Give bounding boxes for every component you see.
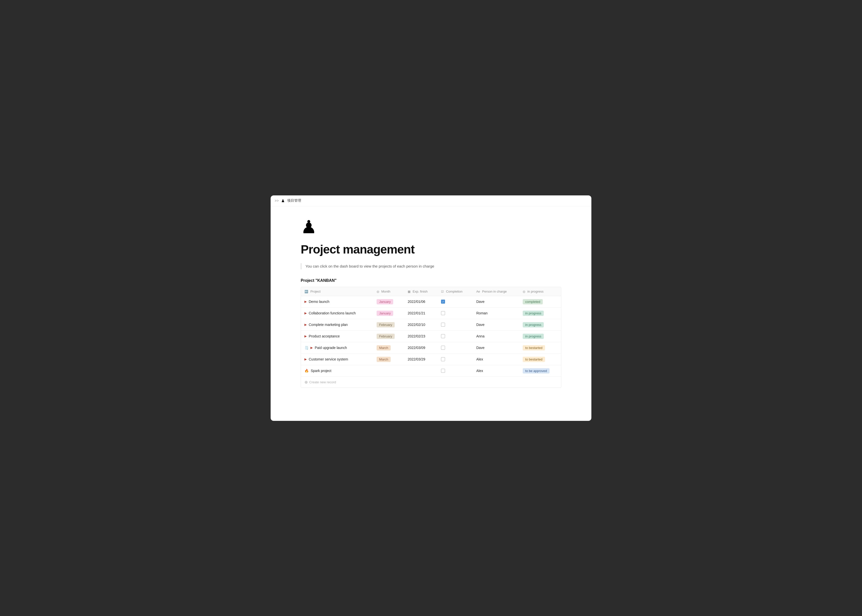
project-cell: ▶ Complete marketing plan — [301, 319, 373, 330]
flag-icon: ▶ — [310, 346, 313, 349]
page-title: Project management — [301, 242, 561, 256]
month-tag: February — [377, 322, 395, 327]
flag-icon: ▶ — [304, 335, 307, 338]
status-cell: completed — [519, 296, 561, 307]
project-cell: ▶ Product acceptance — [301, 330, 373, 342]
project-cell: ▶ Demo launch — [301, 296, 373, 307]
project-cell: ▶ Customer service system — [301, 354, 373, 365]
project-name: Paid upgrade launch — [315, 346, 347, 350]
title-bar-text: 项目管理 — [287, 198, 301, 203]
completion-checkbox[interactable] — [441, 369, 445, 373]
project-name: Spark project — [311, 369, 331, 373]
month-tag: February — [377, 334, 395, 339]
completion-cell[interactable] — [437, 307, 473, 319]
project-cell: 🔥 Spark project — [301, 365, 373, 377]
month-tag: March — [377, 357, 391, 362]
title-bar: >> ♟ 项目管理 — [271, 195, 591, 206]
person-cell: Alex — [473, 365, 519, 377]
project-cell: ▶ Collaboration functions launch — [301, 307, 373, 319]
status-cell: to bestarted — [519, 354, 561, 365]
person-cell: Dave — [473, 319, 519, 330]
project-name: Demo launch — [309, 300, 330, 303]
col-completion-icon: ☑ — [441, 290, 444, 293]
exp-finish-cell: 2022/01/21 — [404, 307, 437, 319]
table-row: ▶ Product acceptance February 2022/02/23… — [301, 330, 561, 342]
status-tag: in progress — [523, 334, 544, 339]
month-cell: March — [373, 342, 404, 354]
exp-finish-cell: 2022/03/29 — [404, 354, 437, 365]
completion-checkbox[interactable] — [441, 300, 445, 303]
completion-cell[interactable] — [437, 296, 473, 307]
breadcrumb-chevron[interactable]: >> — [275, 199, 278, 203]
status-tag: to bestarted — [523, 345, 545, 350]
col-month[interactable]: ◎ Month — [373, 287, 404, 296]
col-project-icon: 🔤 — [304, 290, 308, 293]
table-header-row: 🔤 Project ◎ Month ▦ Exp. finish ☑ — [301, 287, 561, 296]
exp-finish-cell: 2022/02/10 — [404, 319, 437, 330]
create-record-label: Create new record — [309, 380, 336, 384]
project-cell: 🗒️▶ Paid upgrade launch — [301, 342, 373, 354]
col-exp-finish[interactable]: ▦ Exp. finish — [404, 287, 437, 296]
month-cell: February — [373, 319, 404, 330]
flag-icon: ▶ — [304, 311, 307, 315]
month-cell: March — [373, 354, 404, 365]
month-cell: February — [373, 330, 404, 342]
project-name: Product acceptance — [309, 334, 340, 338]
status-tag: in progress — [523, 322, 544, 327]
title-bar-icon: ♟ — [281, 198, 285, 203]
status-tag: to be approved — [523, 368, 549, 374]
person-cell: Dave — [473, 342, 519, 354]
table-row: 🗒️▶ Paid upgrade launch March 2022/03/09… — [301, 342, 561, 354]
col-person-icon: Ae — [477, 290, 480, 293]
project-name: Collaboration functions launch — [309, 311, 356, 315]
page-description: You can click on the dash board to view … — [301, 263, 561, 269]
completion-checkbox[interactable] — [441, 311, 445, 315]
table-row: ▶ Customer service system March 2022/03/… — [301, 354, 561, 365]
completion-cell[interactable] — [437, 319, 473, 330]
completion-cell[interactable] — [437, 330, 473, 342]
completion-cell[interactable] — [437, 354, 473, 365]
completion-checkbox[interactable] — [441, 346, 445, 350]
completion-cell[interactable] — [437, 342, 473, 354]
page-icon: ♟ — [301, 217, 561, 237]
col-status[interactable]: ◎ in progress — [519, 287, 561, 296]
person-cell: Anna — [473, 330, 519, 342]
exp-finish-cell: 2022/01/06 — [404, 296, 437, 307]
exp-finish-cell — [404, 365, 437, 377]
month-tag: January — [377, 299, 393, 304]
month-cell: January — [373, 296, 404, 307]
app-window: >> ♟ 项目管理 ♟ Project management You can c… — [271, 195, 591, 421]
page-icon: 🗒️ — [304, 346, 308, 350]
status-cell: in progress — [519, 307, 561, 319]
col-project[interactable]: 🔤 Project — [301, 287, 373, 296]
table-row: ▶ Demo launch January 2022/01/06 Dave co… — [301, 296, 561, 307]
project-name: Complete marketing plan — [309, 323, 348, 327]
status-tag: in progress — [523, 311, 544, 316]
table-row: ▶ Complete marketing plan February 2022/… — [301, 319, 561, 330]
col-completion[interactable]: ☑ Completion — [437, 287, 473, 296]
completion-checkbox[interactable] — [441, 323, 445, 327]
status-cell: in progress — [519, 330, 561, 342]
completion-checkbox[interactable] — [441, 334, 445, 338]
fire-icon: 🔥 — [304, 369, 309, 373]
month-cell — [373, 365, 404, 377]
month-tag: January — [377, 311, 393, 316]
col-month-icon: ◎ — [377, 290, 379, 293]
table-row: ▶ Collaboration functions launch January… — [301, 307, 561, 319]
person-cell: Dave — [473, 296, 519, 307]
flag-icon: ▶ — [304, 300, 307, 303]
project-name: Customer service system — [309, 357, 348, 361]
month-cell: January — [373, 307, 404, 319]
completion-checkbox[interactable] — [441, 357, 445, 361]
flag-icon: ▶ — [304, 323, 307, 327]
exp-finish-cell: 2022/03/09 — [404, 342, 437, 354]
status-tag: completed — [523, 299, 543, 304]
completion-cell[interactable] — [437, 365, 473, 377]
page-content: ♟ Project management You can click on th… — [271, 206, 591, 403]
col-person[interactable]: Ae Person in charge — [473, 287, 519, 296]
kanban-table: 🔤 Project ◎ Month ▦ Exp. finish ☑ — [301, 287, 561, 388]
create-record-icon: ⊕ — [304, 380, 308, 385]
col-status-icon: ◎ — [523, 290, 525, 293]
create-record-button[interactable]: ⊕ Create new record — [301, 377, 561, 388]
month-tag: March — [377, 345, 391, 350]
